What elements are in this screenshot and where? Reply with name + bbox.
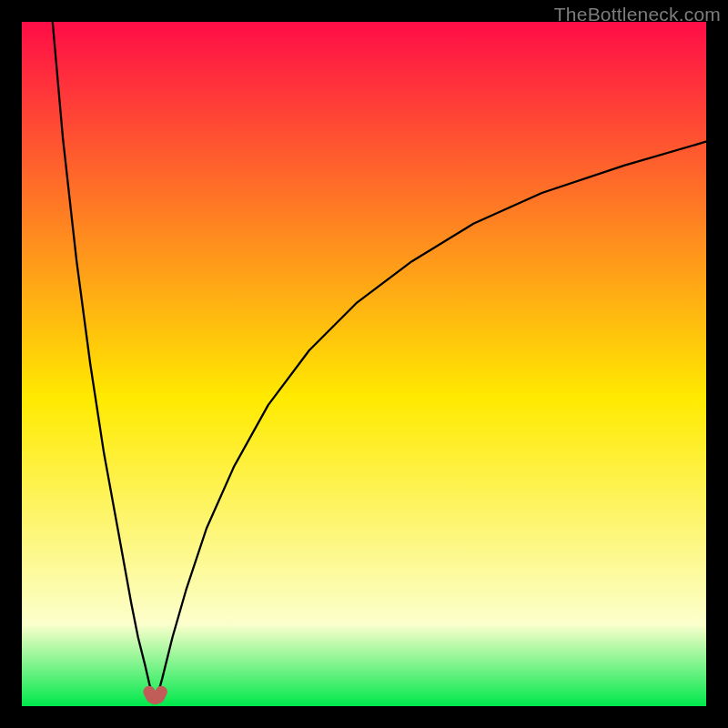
chart-svg [22, 22, 706, 706]
bottom-marker [149, 692, 162, 699]
gradient-background [22, 22, 706, 706]
watermark-label: TheBottleneck.com [554, 4, 721, 25]
chart-frame: TheBottleneck.com [0, 0, 728, 728]
chart-plot-area [22, 22, 706, 706]
